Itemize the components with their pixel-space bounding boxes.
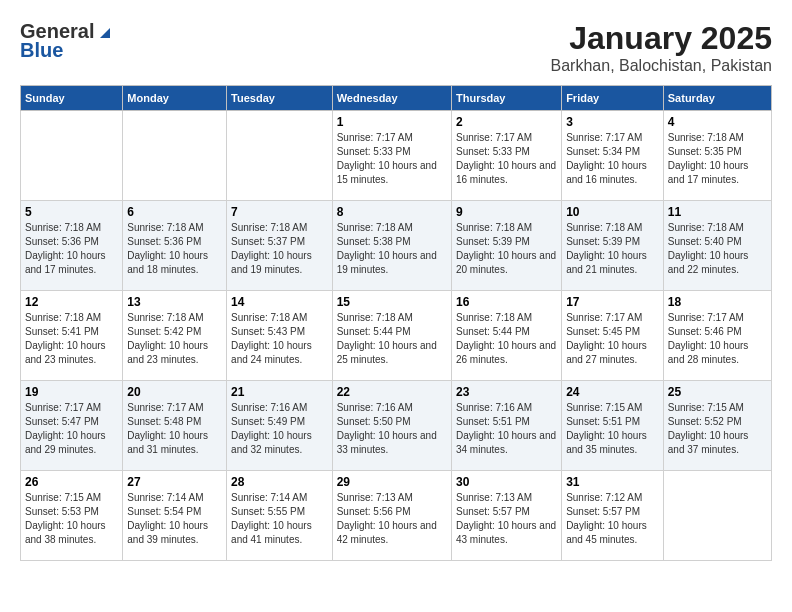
day-content: Sunrise: 7:18 AM Sunset: 5:41 PM Dayligh… (25, 311, 118, 367)
day-number: 7 (231, 205, 328, 219)
calendar-cell: 6Sunrise: 7:18 AM Sunset: 5:36 PM Daylig… (123, 201, 227, 291)
calendar-cell (663, 471, 771, 561)
day-content: Sunrise: 7:17 AM Sunset: 5:33 PM Dayligh… (337, 131, 447, 187)
day-number: 29 (337, 475, 447, 489)
header-saturday: Saturday (663, 86, 771, 111)
calendar-week-row: 12Sunrise: 7:18 AM Sunset: 5:41 PM Dayli… (21, 291, 772, 381)
calendar-cell: 7Sunrise: 7:18 AM Sunset: 5:37 PM Daylig… (227, 201, 333, 291)
day-content: Sunrise: 7:18 AM Sunset: 5:40 PM Dayligh… (668, 221, 767, 277)
calendar-week-row: 5Sunrise: 7:18 AM Sunset: 5:36 PM Daylig… (21, 201, 772, 291)
day-number: 14 (231, 295, 328, 309)
day-number: 17 (566, 295, 659, 309)
calendar-cell (227, 111, 333, 201)
day-content: Sunrise: 7:18 AM Sunset: 5:37 PM Dayligh… (231, 221, 328, 277)
day-content: Sunrise: 7:18 AM Sunset: 5:35 PM Dayligh… (668, 131, 767, 187)
day-number: 20 (127, 385, 222, 399)
calendar-cell: 18Sunrise: 7:17 AM Sunset: 5:46 PM Dayli… (663, 291, 771, 381)
day-content: Sunrise: 7:15 AM Sunset: 5:51 PM Dayligh… (566, 401, 659, 457)
calendar-cell: 16Sunrise: 7:18 AM Sunset: 5:44 PM Dayli… (451, 291, 561, 381)
day-content: Sunrise: 7:17 AM Sunset: 5:47 PM Dayligh… (25, 401, 118, 457)
day-number: 13 (127, 295, 222, 309)
calendar-cell: 31Sunrise: 7:12 AM Sunset: 5:57 PM Dayli… (562, 471, 664, 561)
calendar-cell: 27Sunrise: 7:14 AM Sunset: 5:54 PM Dayli… (123, 471, 227, 561)
day-content: Sunrise: 7:14 AM Sunset: 5:54 PM Dayligh… (127, 491, 222, 547)
calendar-week-row: 1Sunrise: 7:17 AM Sunset: 5:33 PM Daylig… (21, 111, 772, 201)
day-number: 26 (25, 475, 118, 489)
day-number: 11 (668, 205, 767, 219)
day-number: 25 (668, 385, 767, 399)
day-content: Sunrise: 7:17 AM Sunset: 5:48 PM Dayligh… (127, 401, 222, 457)
header-tuesday: Tuesday (227, 86, 333, 111)
calendar-cell: 11Sunrise: 7:18 AM Sunset: 5:40 PM Dayli… (663, 201, 771, 291)
day-content: Sunrise: 7:13 AM Sunset: 5:56 PM Dayligh… (337, 491, 447, 547)
day-content: Sunrise: 7:18 AM Sunset: 5:44 PM Dayligh… (337, 311, 447, 367)
day-content: Sunrise: 7:15 AM Sunset: 5:53 PM Dayligh… (25, 491, 118, 547)
calendar-cell: 22Sunrise: 7:16 AM Sunset: 5:50 PM Dayli… (332, 381, 451, 471)
title-block: January 2025 Barkhan, Balochistan, Pakis… (551, 20, 772, 75)
calendar-cell: 20Sunrise: 7:17 AM Sunset: 5:48 PM Dayli… (123, 381, 227, 471)
day-number: 15 (337, 295, 447, 309)
day-number: 9 (456, 205, 557, 219)
calendar-cell: 25Sunrise: 7:15 AM Sunset: 5:52 PM Dayli… (663, 381, 771, 471)
calendar-cell: 19Sunrise: 7:17 AM Sunset: 5:47 PM Dayli… (21, 381, 123, 471)
calendar-cell: 26Sunrise: 7:15 AM Sunset: 5:53 PM Dayli… (21, 471, 123, 561)
header-monday: Monday (123, 86, 227, 111)
header-friday: Friday (562, 86, 664, 111)
header-thursday: Thursday (451, 86, 561, 111)
day-number: 1 (337, 115, 447, 129)
day-number: 23 (456, 385, 557, 399)
calendar-cell: 17Sunrise: 7:17 AM Sunset: 5:45 PM Dayli… (562, 291, 664, 381)
logo: General Blue (20, 20, 112, 62)
day-content: Sunrise: 7:17 AM Sunset: 5:46 PM Dayligh… (668, 311, 767, 367)
day-number: 31 (566, 475, 659, 489)
day-number: 4 (668, 115, 767, 129)
calendar-cell: 4Sunrise: 7:18 AM Sunset: 5:35 PM Daylig… (663, 111, 771, 201)
logo-blue-text: Blue (20, 39, 63, 62)
day-number: 6 (127, 205, 222, 219)
calendar-cell: 1Sunrise: 7:17 AM Sunset: 5:33 PM Daylig… (332, 111, 451, 201)
day-content: Sunrise: 7:17 AM Sunset: 5:34 PM Dayligh… (566, 131, 659, 187)
day-content: Sunrise: 7:18 AM Sunset: 5:42 PM Dayligh… (127, 311, 222, 367)
calendar-cell: 8Sunrise: 7:18 AM Sunset: 5:38 PM Daylig… (332, 201, 451, 291)
calendar-cell: 3Sunrise: 7:17 AM Sunset: 5:34 PM Daylig… (562, 111, 664, 201)
day-number: 16 (456, 295, 557, 309)
calendar-cell: 24Sunrise: 7:15 AM Sunset: 5:51 PM Dayli… (562, 381, 664, 471)
day-content: Sunrise: 7:16 AM Sunset: 5:50 PM Dayligh… (337, 401, 447, 457)
calendar-header-row: SundayMondayTuesdayWednesdayThursdayFrid… (21, 86, 772, 111)
calendar-cell: 12Sunrise: 7:18 AM Sunset: 5:41 PM Dayli… (21, 291, 123, 381)
calendar-cell: 30Sunrise: 7:13 AM Sunset: 5:57 PM Dayli… (451, 471, 561, 561)
day-number: 5 (25, 205, 118, 219)
day-content: Sunrise: 7:15 AM Sunset: 5:52 PM Dayligh… (668, 401, 767, 457)
day-number: 21 (231, 385, 328, 399)
day-content: Sunrise: 7:18 AM Sunset: 5:36 PM Dayligh… (127, 221, 222, 277)
day-content: Sunrise: 7:12 AM Sunset: 5:57 PM Dayligh… (566, 491, 659, 547)
day-content: Sunrise: 7:18 AM Sunset: 5:39 PM Dayligh… (566, 221, 659, 277)
calendar-cell: 13Sunrise: 7:18 AM Sunset: 5:42 PM Dayli… (123, 291, 227, 381)
day-number: 3 (566, 115, 659, 129)
day-number: 22 (337, 385, 447, 399)
calendar-cell (123, 111, 227, 201)
calendar-cell (21, 111, 123, 201)
day-content: Sunrise: 7:18 AM Sunset: 5:36 PM Dayligh… (25, 221, 118, 277)
day-number: 30 (456, 475, 557, 489)
day-number: 19 (25, 385, 118, 399)
svg-marker-0 (100, 28, 110, 38)
day-content: Sunrise: 7:13 AM Sunset: 5:57 PM Dayligh… (456, 491, 557, 547)
page-title: January 2025 (551, 20, 772, 57)
day-number: 27 (127, 475, 222, 489)
calendar-cell: 14Sunrise: 7:18 AM Sunset: 5:43 PM Dayli… (227, 291, 333, 381)
day-number: 18 (668, 295, 767, 309)
calendar-cell: 5Sunrise: 7:18 AM Sunset: 5:36 PM Daylig… (21, 201, 123, 291)
day-number: 8 (337, 205, 447, 219)
calendar-week-row: 19Sunrise: 7:17 AM Sunset: 5:47 PM Dayli… (21, 381, 772, 471)
calendar-cell: 23Sunrise: 7:16 AM Sunset: 5:51 PM Dayli… (451, 381, 561, 471)
calendar-cell: 2Sunrise: 7:17 AM Sunset: 5:33 PM Daylig… (451, 111, 561, 201)
calendar-cell: 15Sunrise: 7:18 AM Sunset: 5:44 PM Dayli… (332, 291, 451, 381)
calendar-cell: 9Sunrise: 7:18 AM Sunset: 5:39 PM Daylig… (451, 201, 561, 291)
day-number: 28 (231, 475, 328, 489)
page-subtitle: Barkhan, Balochistan, Pakistan (551, 57, 772, 75)
page-header: General Blue January 2025 Barkhan, Baloc… (20, 20, 772, 75)
day-number: 24 (566, 385, 659, 399)
logo-icon (96, 24, 112, 40)
day-number: 12 (25, 295, 118, 309)
